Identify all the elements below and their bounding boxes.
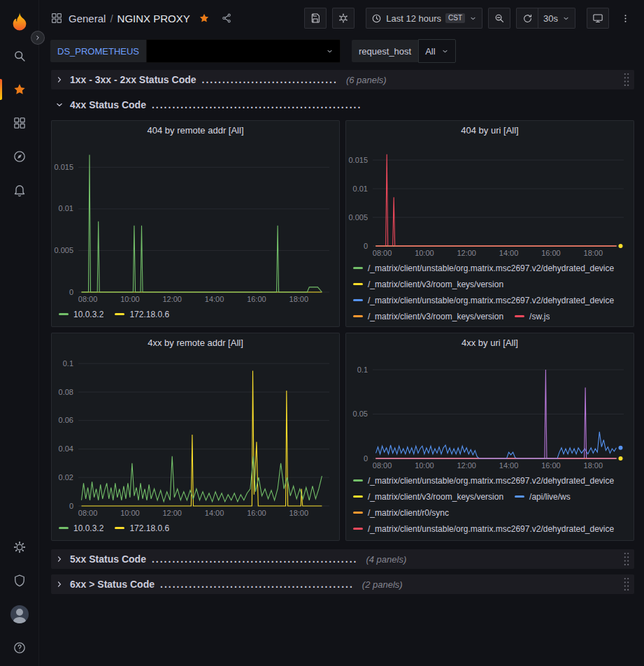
legend-item[interactable]: /_matrix/client/unstable/org.matrix.msc2… (353, 521, 614, 537)
svg-text:0.005: 0.005 (54, 246, 73, 254)
top-navbar: General / NGINX PROXY (39, 0, 644, 36)
row-panel-count: (2 panels) (362, 579, 403, 590)
sidebar-item-starred[interactable] (0, 73, 38, 106)
row-drag-handle[interactable] (623, 577, 630, 592)
series-color-marker (59, 313, 69, 315)
legend-item[interactable]: /_matrix/client/r0/sync (353, 505, 449, 521)
sidebar-item-dashboards[interactable] (0, 106, 38, 140)
datasource-variable-label[interactable]: DS_PROMETHEUS (50, 40, 146, 62)
chevron-down-icon (469, 15, 477, 22)
row-panel-count: (6 panels) (346, 75, 387, 85)
panel-chart-area[interactable]: 00.0050.010.01508:0010:0012:0014:0016:00… (346, 140, 634, 259)
legend-item[interactable]: /sw.js (515, 308, 550, 324)
svg-text:18:00: 18:00 (584, 461, 603, 470)
panel-header[interactable]: 4xx by uri [All] (346, 333, 634, 352)
zoom-out-time-button[interactable] (488, 8, 510, 29)
timezone-badge: CST (445, 13, 465, 23)
dashboard-row-1xx-3xx-2xx[interactable]: 1xx - 3xx - 2xx Status Code ............… (51, 70, 634, 89)
svg-text:10:00: 10:00 (415, 461, 434, 470)
sidebar-item-help[interactable] (0, 631, 38, 665)
request-host-value-text: All (425, 46, 435, 57)
series-label: 172.18.0.6 (129, 523, 169, 533)
star-icon (13, 82, 27, 96)
legend-item[interactable]: 10.0.3.2 (59, 520, 103, 536)
series-color-marker (353, 512, 363, 514)
panel-header[interactable]: 404 by remote addr [All] (52, 121, 339, 140)
shield-icon (13, 574, 27, 588)
panel-title[interactable]: 404 by remote addr [All] (147, 125, 243, 136)
breadcrumb-section[interactable]: General (69, 13, 106, 24)
legend-item[interactable]: /_matrix/client/unstable/org.matrix.msc2… (353, 292, 614, 308)
svg-text:0.04: 0.04 (59, 444, 73, 453)
svg-text:0: 0 (69, 288, 73, 296)
chevron-right-icon (55, 75, 64, 85)
series-label: /sw.js (529, 312, 550, 321)
zoom-out-icon (494, 13, 505, 24)
panel-header[interactable]: 4xx by remote addr [All] (52, 333, 339, 352)
more-options-button[interactable] (615, 8, 636, 29)
panel-chart-area[interactable]: 00.0050.010.01508:0010:0012:0014:0016:00… (52, 140, 339, 305)
panel-title[interactable]: 4xx by uri [All] (461, 338, 518, 348)
compass-icon (13, 150, 27, 164)
svg-text:18:00: 18:00 (584, 249, 603, 257)
legend-item[interactable]: /_matrix/client/unstable/org.matrix.msc2… (353, 472, 614, 488)
time-range-picker[interactable]: Last 12 hours CST (366, 8, 482, 29)
series-color-marker (353, 495, 363, 498)
panel-legend: /_matrix/client/unstable/org.matrix.msc2… (346, 471, 634, 540)
sidebar-item-alerting[interactable] (0, 173, 38, 207)
refresh-group: 30s (516, 8, 575, 29)
request-host-variable-value[interactable]: All (418, 39, 455, 63)
sidebar-item-profile[interactable] (0, 598, 38, 631)
series-color-marker (353, 267, 363, 269)
legend-item[interactable]: 172.18.0.6 (115, 306, 169, 322)
dashboard-row-5xx[interactable]: 5xx Status Code ........................… (51, 549, 634, 569)
legend-item[interactable]: 172.18.0.6 (115, 520, 169, 536)
row-drag-handle[interactable] (623, 551, 630, 567)
sidebar-item-search[interactable] (0, 39, 38, 73)
save-dashboard-button[interactable] (304, 8, 327, 29)
refresh-dashboard-button[interactable] (516, 8, 538, 29)
series-label: /_matrix/client/unstable/org.matrix.msc2… (368, 476, 614, 486)
dashboard-panel: 4xx by remote addr [All] 00.020.040.060.… (51, 333, 340, 541)
favorite-star-button[interactable] (199, 13, 210, 24)
legend-item[interactable]: /_matrix/client/v3/room_keys/version (353, 488, 503, 505)
panel-chart-area[interactable]: 00.050.108:0010:0012:0014:0016:0018:00 (346, 352, 634, 471)
series-label: 10.0.3.2 (73, 310, 103, 319)
dashboard-row-4xx[interactable]: 4xx Status Code ........................… (51, 95, 634, 115)
series-label: /api/live/ws (529, 492, 571, 502)
refresh-interval-label: 30s (543, 13, 558, 24)
svg-text:12:00: 12:00 (162, 509, 182, 517)
row-drag-handle[interactable] (623, 72, 630, 87)
legend-item[interactable]: /_matrix/client/v3/room_keys/version (353, 276, 503, 292)
dashboard-row-6xx[interactable]: 6xx > Status Code ......................… (51, 574, 634, 594)
panel-header[interactable]: 404 by uri [All] (346, 121, 634, 140)
refresh-interval-picker[interactable]: 30s (538, 8, 575, 29)
datasource-variable-value[interactable] (146, 39, 341, 63)
panel-title[interactable]: 4xx by remote addr [All] (148, 338, 243, 348)
chevron-down-icon (562, 15, 570, 22)
legend-item[interactable]: /api/live/ws (515, 488, 571, 505)
row-title: 5xx Status Code (70, 553, 146, 565)
variable-request-host: request_host All (352, 40, 456, 62)
sidebar-item-server-admin[interactable] (0, 564, 38, 598)
legend-item[interactable]: /_matrix/client/unstable/org.matrix.msc2… (353, 260, 614, 276)
save-icon (310, 13, 321, 24)
tv-kiosk-mode-button[interactable] (587, 8, 609, 29)
legend-item[interactable]: /_matrix/client/v3/room_keys/version (353, 308, 503, 324)
row-title: 6xx > Status Code (70, 579, 155, 590)
panel-legend: 10.0.3.2172.18.0.6 (52, 305, 339, 326)
sidebar-item-explore[interactable] (0, 140, 38, 173)
legend-item[interactable]: 10.0.3.2 (59, 306, 103, 322)
dashboard-submenu: DS_PROMETHEUS request_host All (39, 36, 644, 66)
request-host-variable-label[interactable]: request_host (352, 40, 418, 62)
apps-grid-icon (13, 116, 27, 130)
panel-title[interactable]: 404 by uri [All] (461, 125, 518, 136)
svg-text:12:00: 12:00 (162, 295, 182, 303)
breadcrumb-dashboard-title[interactable]: NGINX PROXY (117, 13, 190, 24)
sidebar-expand-toggle[interactable] (31, 31, 45, 45)
share-dashboard-button[interactable] (221, 13, 232, 24)
svg-text:0.1: 0.1 (357, 365, 368, 374)
sidebar-item-configuration[interactable] (0, 530, 38, 564)
dashboard-settings-button[interactable] (332, 8, 355, 29)
panel-chart-area[interactable]: 00.020.040.060.080.108:0010:0012:0014:00… (52, 352, 339, 519)
